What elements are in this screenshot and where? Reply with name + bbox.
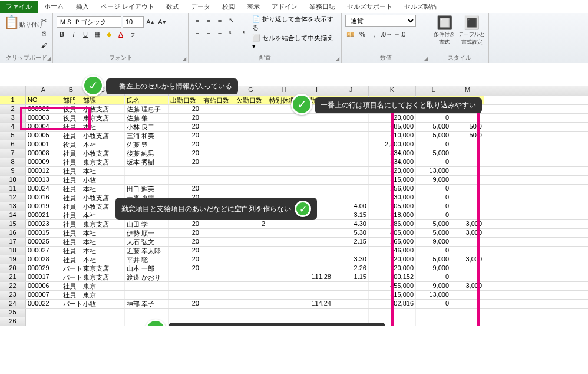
cell[interactable] [201, 140, 234, 149]
cell[interactable]: 社員 [61, 176, 81, 184]
cell[interactable] [451, 211, 484, 219]
cell[interactable] [451, 158, 484, 166]
cell[interactable] [267, 167, 300, 175]
bold-button[interactable]: B [57, 29, 67, 40]
cell[interactable]: 佐藤 理恵子 [125, 105, 169, 113]
cell[interactable]: 東京支店 [81, 114, 125, 122]
cell[interactable] [300, 185, 333, 193]
row-number[interactable]: 3 [0, 114, 26, 122]
cell[interactable] [451, 264, 484, 273]
cell[interactable] [300, 247, 333, 255]
increase-font-icon[interactable]: A▴ [145, 17, 156, 27]
cell[interactable] [125, 167, 169, 175]
cell[interactable]: 20 [169, 114, 201, 122]
cell[interactable]: 東京支店 [81, 220, 125, 228]
cell[interactable] [416, 317, 451, 326]
cell[interactable] [333, 300, 369, 308]
cell[interactable]: 3.15 [333, 211, 369, 219]
cell[interactable]: 社員 [61, 291, 81, 299]
decrease-font-icon[interactable]: A▾ [157, 17, 167, 27]
col-header[interactable]: G [234, 86, 267, 96]
cell[interactable]: 0 [416, 185, 451, 193]
cell[interactable] [451, 309, 484, 317]
cell[interactable]: 000024 [26, 185, 61, 193]
cell[interactable]: 20 [169, 300, 201, 308]
number-format-select[interactable]: 通貨 [345, 15, 416, 27]
cell[interactable]: 小牧支店 [81, 149, 125, 158]
fill-color-button[interactable]: ◆ [104, 29, 114, 40]
cell[interactable]: 000016 [26, 193, 61, 202]
tab-5[interactable]: データ [185, 1, 216, 13]
cell[interactable]: 50,0 [451, 132, 484, 140]
phonetic-button[interactable]: ㇷ [127, 29, 138, 40]
row-number[interactable]: 12 [0, 193, 26, 202]
cell[interactable]: 欠勤日数 [234, 96, 267, 104]
cell[interactable] [267, 176, 300, 184]
cell[interactable] [234, 300, 267, 308]
cell[interactable] [451, 185, 484, 193]
cell[interactable] [333, 291, 369, 299]
cell[interactable]: 本社 [81, 255, 125, 264]
cell[interactable]: 000004 [26, 123, 61, 131]
cell[interactable] [125, 309, 169, 317]
cell[interactable] [416, 309, 451, 317]
col-header[interactable]: L [416, 86, 451, 96]
cell[interactable]: 000017 [26, 273, 61, 281]
cell[interactable]: 出勤日数 [169, 96, 201, 104]
cell[interactable] [201, 229, 234, 237]
cell[interactable]: 有給日数 [201, 96, 234, 104]
underline-button[interactable]: U [80, 29, 91, 40]
cell[interactable] [333, 167, 369, 175]
cell[interactable] [201, 300, 234, 308]
cell[interactable]: 20 [169, 123, 201, 131]
align-middle-icon[interactable]: ≡ [203, 15, 214, 25]
tab-6[interactable]: 校閲 [216, 1, 241, 13]
cell[interactable] [300, 220, 333, 228]
cell[interactable]: 小牧 [81, 176, 125, 184]
cell[interactable]: 2 [234, 220, 267, 228]
cell[interactable]: 神部 幸子 [125, 300, 169, 308]
dialog-launcher-icon[interactable]: ◢ [336, 56, 339, 61]
cell[interactable]: 000027 [26, 247, 61, 255]
font-size-input[interactable] [123, 16, 144, 28]
cell[interactable] [201, 238, 234, 246]
cell[interactable] [451, 114, 484, 122]
cell[interactable]: 334,000 [369, 149, 416, 158]
cell[interactable] [234, 273, 267, 281]
cell[interactable]: 本社 [81, 167, 125, 175]
cell[interactable]: 20 [169, 140, 201, 149]
cell[interactable] [300, 123, 333, 131]
cell[interactable]: 4.00 [333, 202, 369, 211]
cell[interactable] [267, 220, 300, 228]
cell[interactable] [125, 282, 169, 290]
cell[interactable] [169, 176, 201, 184]
align-bottom-icon[interactable]: ≡ [214, 15, 225, 25]
cell[interactable]: 20 [169, 185, 201, 193]
cell[interactable]: 000002 [26, 105, 61, 113]
cell[interactable]: 本社 [81, 229, 125, 237]
cell[interactable] [234, 123, 267, 131]
cell[interactable]: 本社 [81, 123, 125, 131]
cell[interactable] [234, 132, 267, 140]
cell[interactable]: 13,000 [416, 167, 451, 175]
dialog-launcher-icon[interactable]: ◢ [424, 56, 428, 61]
cell[interactable]: 120,000 [369, 114, 416, 122]
cell[interactable]: 坂本 秀樹 [125, 158, 169, 166]
cell[interactable]: 111.28 [300, 273, 333, 281]
cell[interactable] [26, 309, 61, 317]
cell[interactable]: 伊勢 順一 [125, 229, 169, 237]
cell[interactable] [451, 238, 484, 246]
cell[interactable]: 社員 [61, 149, 81, 158]
cell[interactable]: 平井 聡 [125, 255, 169, 264]
increase-decimal-icon[interactable]: .0→ [381, 29, 392, 40]
cell[interactable]: 000025 [26, 238, 61, 246]
row-number[interactable]: 22 [0, 282, 26, 290]
col-header[interactable]: H [267, 86, 300, 96]
cell[interactable]: 220,000 [369, 255, 416, 264]
cell[interactable]: 5,000 [416, 132, 451, 140]
cell[interactable] [234, 176, 267, 184]
cell[interactable]: 本社 [81, 238, 125, 246]
cell[interactable]: 3,000 [451, 220, 484, 228]
cell[interactable] [333, 158, 369, 166]
cell[interactable] [451, 273, 484, 281]
